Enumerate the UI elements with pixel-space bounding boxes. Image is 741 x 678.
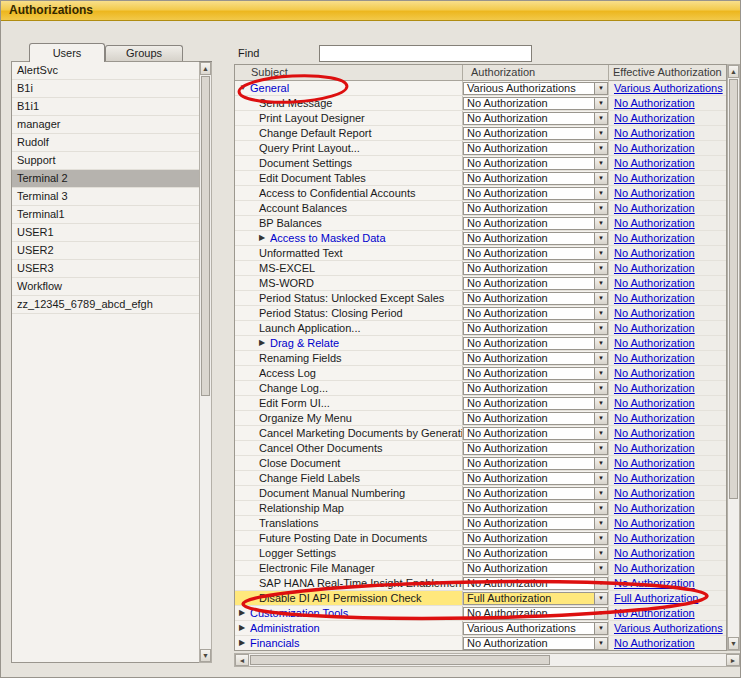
- table-row[interactable]: Launch Application...No Authorization▼No…: [235, 321, 726, 336]
- effective-authorization-link[interactable]: No Authorization: [614, 532, 695, 544]
- subject-cell[interactable]: Unformatted Text: [235, 246, 463, 260]
- dropdown-arrow-icon[interactable]: ▼: [594, 458, 607, 469]
- table-vertical-scrollbar[interactable]: ▲ ▼: [727, 64, 740, 651]
- user-list-item[interactable]: Workflow: [12, 278, 199, 296]
- effective-authorization-link[interactable]: No Authorization: [614, 292, 695, 304]
- subject-cell[interactable]: Change Log...: [235, 381, 463, 395]
- table-row[interactable]: BP BalancesNo Authorization▼No Authoriza…: [235, 216, 726, 231]
- effective-authorization-link[interactable]: No Authorization: [614, 112, 695, 124]
- effective-authorization-link[interactable]: No Authorization: [614, 337, 695, 349]
- dropdown-arrow-icon[interactable]: ▼: [594, 548, 607, 559]
- subject-cell[interactable]: Cancel Other Documents: [235, 441, 463, 455]
- effective-authorization-link[interactable]: No Authorization: [614, 517, 695, 529]
- authorization-dropdown[interactable]: No Authorization▼: [463, 187, 608, 200]
- dropdown-arrow-icon[interactable]: ▼: [594, 518, 607, 529]
- effective-authorization-link[interactable]: Various Authorizations: [614, 622, 723, 634]
- dropdown-arrow-icon[interactable]: ▼: [594, 488, 607, 499]
- subject-cell[interactable]: Renaming Fields: [235, 351, 463, 365]
- user-list-scroll-thumb[interactable]: [201, 76, 210, 396]
- user-list-item[interactable]: AlertSvc: [12, 62, 199, 80]
- effective-authorization-link[interactable]: No Authorization: [614, 607, 695, 619]
- authorization-dropdown[interactable]: No Authorization▼: [463, 502, 608, 515]
- user-list-item[interactable]: Terminal 3: [12, 188, 199, 206]
- effective-authorization-link[interactable]: No Authorization: [614, 277, 695, 289]
- effective-authorization-link[interactable]: No Authorization: [614, 187, 695, 199]
- user-list-item[interactable]: B1i1: [12, 98, 199, 116]
- dropdown-arrow-icon[interactable]: ▼: [594, 338, 607, 349]
- authorization-dropdown[interactable]: No Authorization▼: [463, 532, 608, 545]
- dropdown-arrow-icon[interactable]: ▼: [594, 308, 607, 319]
- table-row[interactable]: Close DocumentNo Authorization▼No Author…: [235, 456, 726, 471]
- user-list-item[interactable]: zz_12345_6789_abcd_efgh: [12, 296, 199, 314]
- user-list-item[interactable]: Support: [12, 152, 199, 170]
- table-row[interactable]: ▶Customization ToolsNo Authorization▼No …: [235, 606, 726, 621]
- subject-cell[interactable]: ▼General: [235, 81, 463, 95]
- collapse-triangle-icon[interactable]: ▼: [239, 81, 250, 95]
- table-row[interactable]: Change Default ReportNo Authorization▼No…: [235, 126, 726, 141]
- table-row[interactable]: Logger SettingsNo Authorization▼No Autho…: [235, 546, 726, 561]
- user-list-scrollbar[interactable]: ▲ ▼: [199, 61, 212, 663]
- subject-cell[interactable]: Edit Form UI...: [235, 396, 463, 410]
- subject-cell[interactable]: ▶Access to Masked Data: [235, 231, 463, 245]
- dropdown-arrow-icon[interactable]: ▼: [594, 413, 607, 424]
- effective-authorization-link[interactable]: No Authorization: [614, 262, 695, 274]
- dropdown-arrow-icon[interactable]: ▼: [594, 503, 607, 514]
- table-row[interactable]: ▶Access to Masked DataNo Authorization▼N…: [235, 231, 726, 246]
- authorization-dropdown[interactable]: No Authorization▼: [463, 487, 608, 500]
- tab-groups[interactable]: Groups: [105, 45, 183, 61]
- table-row[interactable]: Period Status: Unlocked Except SalesNo A…: [235, 291, 726, 306]
- user-list-item[interactable]: USER3: [12, 260, 199, 278]
- authorization-dropdown[interactable]: Various Authorizations▼: [463, 82, 608, 95]
- subject-cell[interactable]: Launch Application...: [235, 321, 463, 335]
- authorization-dropdown[interactable]: No Authorization▼: [463, 262, 608, 275]
- table-horizontal-scroll-thumb[interactable]: [250, 655, 550, 665]
- dropdown-arrow-icon[interactable]: ▼: [594, 563, 607, 574]
- authorization-dropdown[interactable]: No Authorization▼: [463, 97, 608, 110]
- effective-authorization-link[interactable]: No Authorization: [614, 127, 695, 139]
- effective-authorization-link[interactable]: No Authorization: [614, 352, 695, 364]
- authorization-dropdown[interactable]: No Authorization▼: [463, 382, 608, 395]
- dropdown-arrow-icon[interactable]: ▼: [594, 278, 607, 289]
- table-row[interactable]: Document SettingsNo Authorization▼No Aut…: [235, 156, 726, 171]
- subject-cell[interactable]: Future Posting Date in Documents: [235, 531, 463, 545]
- table-row[interactable]: Renaming FieldsNo Authorization▼No Autho…: [235, 351, 726, 366]
- authorization-dropdown[interactable]: No Authorization▼: [463, 142, 608, 155]
- authorization-dropdown[interactable]: No Authorization▼: [463, 577, 608, 590]
- authorization-dropdown[interactable]: No Authorization▼: [463, 217, 608, 230]
- authorization-dropdown[interactable]: No Authorization▼: [463, 607, 608, 620]
- effective-authorization-link[interactable]: No Authorization: [614, 247, 695, 259]
- table-row[interactable]: Query Print Layout...No Authorization▼No…: [235, 141, 726, 156]
- subject-cell[interactable]: Close Document: [235, 456, 463, 470]
- table-row[interactable]: Cancel Marketing Documents by GeneratiNo…: [235, 426, 726, 441]
- dropdown-arrow-icon[interactable]: ▼: [594, 188, 607, 199]
- table-scroll-down-arrow-icon[interactable]: ▼: [728, 637, 739, 650]
- dropdown-arrow-icon[interactable]: ▼: [594, 203, 607, 214]
- authorization-dropdown[interactable]: No Authorization▼: [463, 277, 608, 290]
- authorization-dropdown[interactable]: No Authorization▼: [463, 292, 608, 305]
- user-list-item[interactable]: B1i: [12, 80, 199, 98]
- authorization-dropdown[interactable]: No Authorization▼: [463, 517, 608, 530]
- dropdown-arrow-icon[interactable]: ▼: [594, 353, 607, 364]
- authorization-dropdown[interactable]: No Authorization▼: [463, 367, 608, 380]
- effective-authorization-link[interactable]: No Authorization: [614, 202, 695, 214]
- subject-cell[interactable]: Period Status: Unlocked Except Sales: [235, 291, 463, 305]
- dropdown-arrow-icon[interactable]: ▼: [594, 593, 607, 604]
- effective-authorization-link[interactable]: No Authorization: [614, 217, 695, 229]
- effective-authorization-link[interactable]: No Authorization: [614, 142, 695, 154]
- table-row[interactable]: Access LogNo Authorization▼No Authorizat…: [235, 366, 726, 381]
- authorization-dropdown[interactable]: No Authorization▼: [463, 232, 608, 245]
- expand-triangle-icon[interactable]: ▶: [259, 231, 270, 245]
- table-row[interactable]: Cancel Other DocumentsNo Authorization▼N…: [235, 441, 726, 456]
- authorization-dropdown[interactable]: No Authorization▼: [463, 157, 608, 170]
- table-row[interactable]: ▼GeneralVarious Authorizations▼Various A…: [235, 81, 726, 96]
- scroll-up-arrow-icon[interactable]: ▲: [200, 62, 211, 75]
- subject-cell[interactable]: Edit Document Tables: [235, 171, 463, 185]
- subject-cell[interactable]: Access to Confidential Accounts: [235, 186, 463, 200]
- effective-authorization-link[interactable]: No Authorization: [614, 427, 695, 439]
- effective-authorization-link[interactable]: No Authorization: [614, 307, 695, 319]
- effective-authorization-link[interactable]: No Authorization: [614, 412, 695, 424]
- dropdown-arrow-icon[interactable]: ▼: [594, 233, 607, 244]
- user-list-item[interactable]: Rudolf: [12, 134, 199, 152]
- table-row[interactable]: TranslationsNo Authorization▼No Authoriz…: [235, 516, 726, 531]
- window-title-bar[interactable]: Authorizations: [1, 1, 740, 21]
